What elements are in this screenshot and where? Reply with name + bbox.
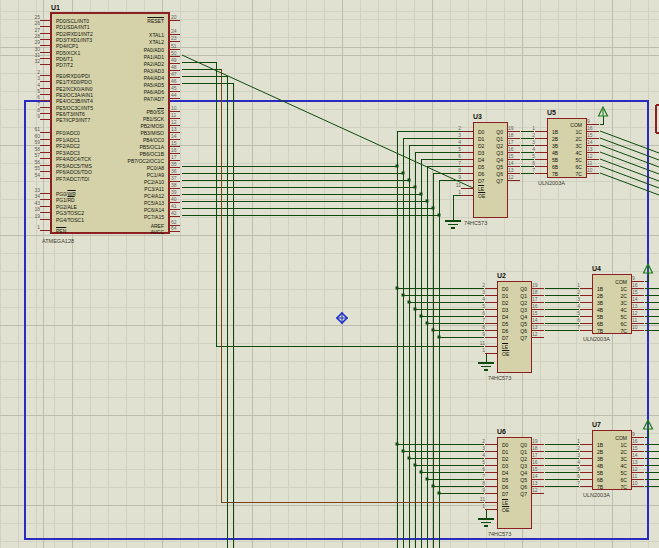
pin-number: 13	[587, 146, 612, 152]
pin-number: 12	[587, 153, 612, 159]
pin-stub	[40, 107, 52, 108]
junction-dot	[426, 478, 429, 481]
pin-number: 9	[449, 174, 461, 180]
pin-number: 6	[568, 473, 580, 479]
pin-stub	[40, 230, 52, 231]
pin-stub	[485, 323, 498, 324]
pin-number: 16	[171, 147, 195, 153]
pin-number: 23	[171, 35, 195, 41]
pin-number: 15	[532, 310, 557, 316]
pin-name: OE	[478, 193, 485, 199]
pin-stub	[40, 212, 52, 213]
chip-u4[interactable]: U4ULN2003A11B22B33B44B55B66B77B9COM161C1…	[592, 274, 632, 334]
power-arrow-icon[interactable]	[599, 107, 608, 116]
chip-u5[interactable]: U5ULN2003A11B22B33B44B55B66B77B9COM161C1…	[547, 118, 587, 178]
pin-number: 9	[473, 487, 485, 493]
pin-name: PA5/AD5	[144, 82, 164, 88]
ground-symbol[interactable]	[445, 221, 461, 228]
wire-u3-oe-gnd[interactable]	[453, 195, 473, 221]
pin-name: 7B	[597, 484, 603, 490]
pin-number: 12	[532, 487, 557, 493]
pin-name: COM	[615, 279, 627, 285]
pin-name: 4C	[621, 307, 627, 313]
wire-pa3-u6le[interactable]	[221, 69, 484, 502]
pin-stub	[631, 330, 644, 331]
pin-name: 6C	[621, 321, 627, 327]
pin-name: D2	[478, 143, 484, 149]
pin-stub	[40, 152, 52, 153]
pin-name: 2C	[576, 136, 582, 142]
pin-number: 64	[171, 225, 195, 231]
ground-symbol[interactable]	[478, 363, 494, 370]
pin-name: 6B	[597, 321, 603, 327]
pin-stub	[40, 171, 52, 172]
pin-name: 5B	[597, 470, 603, 476]
pin-name: Q0	[520, 286, 527, 292]
chip-u2[interactable]: U274HC5732D03D14D25D36D47D58D69D711LE1OE…	[497, 281, 532, 373]
pin-number: 44	[171, 92, 195, 98]
chip-ref-label: U3	[473, 113, 482, 120]
pin-number: 6	[449, 153, 461, 159]
pin-stub	[168, 20, 180, 21]
junction-dot	[396, 443, 399, 446]
pin-name: 3B	[597, 456, 603, 462]
pin-name: 4C	[576, 150, 582, 156]
pin-number: 3	[473, 445, 485, 451]
pin-number: 3	[473, 289, 485, 295]
pin-stub	[40, 81, 52, 82]
pin-name: PF6/ADC6/TDO	[56, 169, 92, 175]
pin-name: D7	[478, 178, 484, 184]
pin-stub	[535, 138, 548, 139]
pin-name: PA0/AD0	[144, 47, 164, 53]
wire-u5-out6[interactable]	[600, 173, 659, 195]
pin-number: 11	[473, 340, 485, 346]
chip-ref-label: U2	[497, 272, 506, 279]
pin-name: Q6	[520, 484, 527, 490]
pin-name: Q3	[520, 307, 527, 313]
pin-name: 7C	[621, 328, 627, 334]
pin-name: Q0	[496, 129, 503, 135]
pin-stub	[531, 337, 544, 338]
chip-u3[interactable]: U374HC5732D03D14D25D36D47D58D69D711LE1OE…	[473, 122, 508, 218]
pin-stub	[168, 231, 180, 232]
pin-name: D5	[478, 164, 484, 170]
pin-stub	[485, 316, 498, 317]
pin-name: Q5	[496, 164, 503, 170]
pin-name: PD4/ICP1	[56, 43, 78, 49]
pin-number: 15	[632, 445, 657, 451]
pin-name: LE	[478, 186, 484, 192]
junction-dot	[420, 193, 423, 196]
wire-pa1-u3le[interactable]	[182, 55, 473, 188]
pin-name: D2	[502, 300, 508, 306]
pin-number: 1	[568, 438, 580, 444]
pin-stub	[40, 219, 52, 220]
chip-u1[interactable]: U1ATMEGA12825PD0/SCL/INT026PD1/SDA/INT12…	[50, 12, 170, 234]
chip-u6[interactable]: U674HC5732D03D14D25D36D47D58D69D711LE1OE…	[497, 437, 532, 529]
junction-dot	[402, 450, 405, 453]
pin-stub	[485, 472, 498, 473]
pin-stub	[40, 52, 52, 53]
pin-number: 14	[587, 139, 612, 145]
pin-stub	[40, 58, 52, 59]
pin-number: 54	[28, 172, 40, 178]
pin-stub	[40, 39, 52, 40]
bus-wire-d3[interactable]	[415, 152, 473, 548]
pin-name: D3	[502, 307, 508, 313]
pin-number: 10	[587, 167, 612, 173]
pin-name: PA7/AD7	[144, 96, 164, 102]
bus-wire-d4[interactable]	[421, 159, 473, 548]
pin-name: 2C	[621, 293, 627, 299]
pin-stub	[535, 159, 548, 160]
chip-u7[interactable]: U7ULN2003A11B22B33B44B55B66B77B9COM161C1…	[592, 430, 632, 490]
pin-name: D4	[502, 470, 508, 476]
pin-stub	[485, 302, 498, 303]
pin-name: Q4	[520, 314, 527, 320]
pin-name: 2B	[597, 449, 603, 455]
ground-symbol[interactable]	[478, 519, 494, 526]
pin-name: Q1	[520, 293, 527, 299]
pin-number: 1	[28, 224, 40, 230]
pin-number: 49	[171, 57, 195, 63]
active-low-label: LE	[502, 344, 508, 350]
schematic-canvas[interactable]: U1ATMEGA12825PD0/SCL/INT026PD1/SDA/INT12…	[0, 0, 659, 548]
pin-stub	[40, 45, 52, 46]
